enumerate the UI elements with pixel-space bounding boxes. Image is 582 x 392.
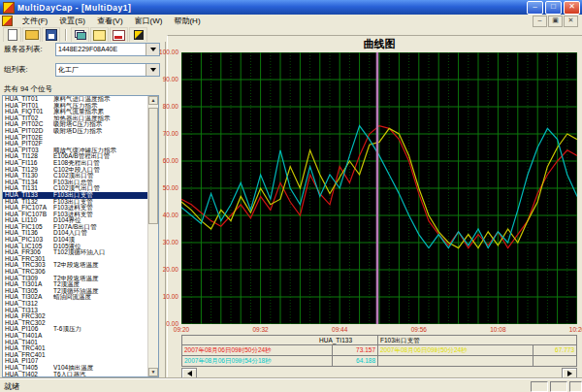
list-item[interactable]: HUA_PIT02C吸附塔C压力指示 <box>3 121 148 128</box>
vertical-scrollbar[interactable]: ▲ ▼ <box>147 96 158 376</box>
tag-name: HUA_TI312 <box>3 301 53 308</box>
list-item[interactable]: HUA_TRC302 <box>3 320 148 327</box>
app-window: MultiDayCap - [MultiDay1] – □ ✕ 文件(F) 设置… <box>0 0 582 392</box>
list-item[interactable]: HUA_FRC401 <box>3 352 148 359</box>
new-file-icon <box>8 29 17 41</box>
list-item[interactable]: HUA_TI133F103出口支管 <box>3 192 148 199</box>
list-item[interactable]: HUA_FRC301 <box>3 256 148 263</box>
list-item[interactable]: HUA_TI130C102顶出口管 <box>3 173 148 180</box>
menu-help[interactable]: 帮助(H) <box>168 15 206 27</box>
tag-name: HUA_PIT02E <box>3 135 53 142</box>
list-item[interactable]: HUA_TI313 <box>3 308 148 314</box>
list-item[interactable]: HUA_PIT02F <box>3 141 148 147</box>
tag-name: HUA_TI301A <box>3 281 53 288</box>
list-item[interactable]: HUA_TI405V104抽出温度 <box>3 365 148 372</box>
scroll-down-icon[interactable]: ▼ <box>148 368 158 376</box>
tag-description: 原料气压力指示 <box>53 103 148 110</box>
list-item[interactable]: HUA_TI401 <box>3 340 148 346</box>
image-window-button[interactable] <box>90 27 109 43</box>
group-list-combobox[interactable]: 化工厂 <box>55 63 160 77</box>
list-item[interactable]: HUA_TRC303T2中段返塔温度 <box>3 262 148 269</box>
tag-name: HUA_FRC301 <box>3 256 53 263</box>
child-minimize-icon[interactable]: – <box>533 16 547 27</box>
list-item[interactable]: HUA_TI305T2顶循环油温度 <box>3 288 148 295</box>
list-item[interactable]: HUA_PI107 <box>3 358 148 365</box>
maximize-button[interactable]: □ <box>545 1 562 15</box>
tag-name: HUA_TI401 <box>3 340 53 346</box>
child-close-icon[interactable]: ✕ <box>564 16 578 27</box>
legend-cell: 2007年08月06日09时50分24秒 <box>377 345 533 355</box>
tag-description: F103出口支管 <box>53 192 148 199</box>
tag-name: HUA_LIC105 <box>3 244 53 250</box>
tag-name: HUA_TI128 <box>3 153 53 160</box>
tag-name: HUA_PIT02D <box>3 128 53 135</box>
list-item[interactable]: HUA_TI128E106A/B管程出口管 <box>3 153 148 160</box>
list-item[interactable]: HUA_PIT01原料气压力指示 <box>3 103 148 110</box>
tag-name: HUA_FIC107A <box>3 205 53 212</box>
list-item[interactable]: HUA_PIC103D104顶 <box>3 237 148 244</box>
list-item[interactable]: HUA_PIT03顺放气缓冲罐压力指示 <box>3 147 148 154</box>
list-item[interactable]: HUA_TI309T2中段返塔温度 <box>3 276 148 282</box>
tag-name: HUA_TRC302 <box>3 320 53 327</box>
scrollbar-thumb[interactable] <box>148 108 158 224</box>
tag-description: F103出口支管 <box>53 199 148 206</box>
list-item[interactable]: HUA_FIQT01原料气流量指示累 <box>3 109 148 115</box>
list-item[interactable]: HUA_TI312 <box>3 301 148 308</box>
cascade-windows-button[interactable] <box>71 27 89 43</box>
list-item[interactable]: HUA_TI129C102中段入口管 <box>3 167 148 174</box>
list-item[interactable]: HUA_LIC105D105液位 <box>3 244 148 250</box>
server-list-label: 服务器列表: <box>4 45 43 54</box>
list-item[interactable]: HUA_TRC306 <box>3 269 148 276</box>
menu-view[interactable]: 查看(V) <box>91 15 129 27</box>
save-button[interactable] <box>42 27 60 43</box>
tag-description: 顺放气缓冲罐压力指示 <box>53 147 148 154</box>
list-item[interactable]: HUA_TIT02加热器出口温度指示 <box>3 115 148 122</box>
server-list-combobox[interactable]: 1448E229F08A40E <box>55 43 160 56</box>
legend-row: 2007年08月06日09时54分18秒64.188 <box>182 355 576 366</box>
menu-file[interactable]: 文件(F) <box>16 15 53 27</box>
list-item[interactable]: HUA_TI136D104入口管 <box>3 230 148 237</box>
list-item[interactable]: HUA_PI106T-6顶压力 <box>3 326 148 333</box>
list-item[interactable]: HUA_LI110D104界位 <box>3 217 148 224</box>
list-item[interactable]: HUA_FR306T102顶循环油入口 <box>3 249 148 256</box>
list-item[interactable]: HUA_FRC302 <box>3 313 148 320</box>
list-item[interactable]: HUA_FIC107AF103进料支管 <box>3 205 148 212</box>
list-item[interactable]: HUA_TI131C102顶气出口管 <box>3 185 148 192</box>
tag-description: 蜡油回流温度 <box>53 294 148 301</box>
minimize-button[interactable]: – <box>527 1 543 15</box>
status-pane <box>531 381 548 392</box>
tag-name: HUA_LI110 <box>3 217 53 224</box>
legend-cell <box>377 356 533 366</box>
child-restore-icon[interactable]: ▣ <box>548 16 563 27</box>
list-item[interactable]: HUA_TI302A蜡油回流温度 <box>3 294 148 301</box>
menu-settings[interactable]: 设置(S) <box>53 15 91 27</box>
tag-listbox[interactable]: HUA_TIT01原料气进口温度指示HUA_PIT01原料气压力指示HUA_FI… <box>2 95 159 377</box>
legend-table: HUA_TI133F103出口支管2007年08月06日09时50分24秒73.… <box>181 335 577 367</box>
print-button[interactable] <box>110 27 128 43</box>
close-button[interactable]: ✕ <box>564 1 580 15</box>
image-window-icon <box>93 30 106 41</box>
list-item[interactable]: HUA_PIT02D吸附塔D压力指示 <box>3 128 148 135</box>
new-file-button[interactable] <box>3 27 21 43</box>
menu-window[interactable]: 窗口(W) <box>129 15 169 27</box>
x-tick-label: 10:08 <box>483 326 512 333</box>
edit-button[interactable] <box>129 27 147 43</box>
list-item[interactable]: HUA_FIC107BF103进料支管 <box>3 212 148 218</box>
list-item[interactable]: HUA_TI301AT2顶温度 <box>3 281 148 288</box>
list-item[interactable]: HUA_TI401A <box>3 333 148 340</box>
list-item[interactable]: HUA_TI132F103出口支管 <box>3 199 148 206</box>
list-item[interactable]: HUA_TIT01原料气进口温度指示 <box>3 96 148 103</box>
chevron-down-icon[interactable] <box>146 64 159 76</box>
list-item[interactable]: HUA_FI116E108壳程出口管 <box>3 160 148 167</box>
tag-name: HUA_FIC105 <box>3 224 53 231</box>
list-item[interactable]: HUA_FIC105F107A/B出口管 <box>3 224 148 231</box>
tag-name: HUA_TI405 <box>3 365 53 372</box>
open-file-button[interactable] <box>22 27 41 43</box>
list-item[interactable]: HUA_TI402T6入口蒸汽 <box>3 372 148 377</box>
list-item[interactable]: HUA_PIT02E <box>3 135 148 142</box>
tag-description: 原料气流量指示累 <box>53 109 148 115</box>
mdi-child-icon[interactable] <box>2 16 13 26</box>
list-item[interactable]: HUA_TRC401 <box>3 345 148 352</box>
trend-plot[interactable] <box>181 52 577 324</box>
list-item[interactable]: HUA_TI134F103出口总管 <box>3 180 148 186</box>
